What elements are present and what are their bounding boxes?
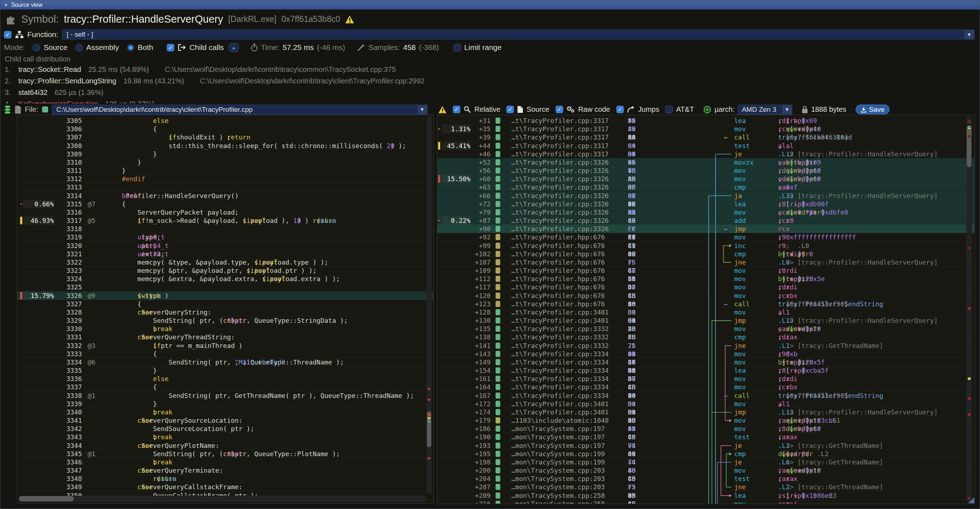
asm-instruction-row[interactable]: +143…t\TracyProfiler.cpp:333441B90B00000…: [438, 350, 975, 358]
source-line-row[interactable]: 3321 uint32_t extra;: [17, 250, 433, 258]
asm-source-location[interactable]: …mon\TracySystem.cpp:203: [511, 483, 605, 491]
asm-source-location[interactable]: …t\TracyProfiler.cpp:3401: [511, 400, 609, 408]
limit-range-toggle[interactable]: ✓ Limit range: [453, 43, 502, 52]
asm-instruction-row[interactable]: +102…t\TracyProfiler.hpp:67642803C0F00cm…: [438, 250, 975, 258]
asm-instruction-row[interactable]: +216…mon\TracySystem.cpp:258488BCEmovrcx…: [438, 499, 975, 504]
asm-source-location[interactable]: …mon\TracySystem.cpp:258: [511, 492, 605, 499]
asm-source-location[interactable]: …t\TracyProfiler.cpp:3334: [511, 391, 609, 400]
source-hscroll-thumb[interactable]: [19, 496, 74, 501]
asm-instruction-row[interactable]: +99…t\TracyProfiler.hpp:67649FFC1incr9 ;…: [438, 242, 975, 250]
asm-instruction-row[interactable]: +117…t\TracyProfiler.hpp:676488BD7movrdx…: [438, 283, 975, 291]
asm-instruction-row[interactable]: +167…t\TracyProfiler.cpp:3334E824160000←…: [438, 391, 975, 400]
asm-instruction-row[interactable]: +179…1103\include\atomic:1048488B05B63C1…: [438, 416, 975, 425]
asm-source-location[interactable]: …t\TracyProfiler.cpp:3317: [511, 150, 609, 158]
asm-instruction-row[interactable]: +46…t\TracyProfiler.cpp:33170F8435020000…: [438, 150, 975, 158]
asm-source-location[interactable]: …mon\TracySystem.cpp:197: [511, 441, 605, 450]
asm-source-location[interactable]: …mon\TracySystem.cpp:197: [511, 425, 605, 433]
march-combo[interactable]: AMD Zen 3 ▼: [738, 105, 792, 115]
asm-source-location[interactable]: …mon\TracySystem.cpp:197: [511, 433, 605, 441]
source-line-row[interactable]: 3316 ServerQueryPacket payload;: [17, 208, 433, 216]
asm-instruction-row[interactable]: +186…mon\TracySystem.cpp:197448B4598movr…: [438, 425, 975, 433]
asm-source-location[interactable]: …t\TracyProfiler.cpp:3326: [511, 208, 609, 216]
asm-instruction-row[interactable]: +195…mon\TracySystem.cpp:199443900cmpdwo…: [438, 450, 975, 458]
source-line-row[interactable]: 3307 if( shouldExit ) return;: [17, 133, 433, 141]
asm-instruction-row[interactable]: +164…t\TracyProfiler.cpp:3334488BCBmovrc…: [438, 383, 975, 391]
asm-instruction-row[interactable]: +174…t\TracyProfiler.cpp:3401E9B8010000j…: [438, 408, 975, 416]
source-line-row[interactable]: 3309 }: [17, 150, 433, 158]
distribution-item[interactable]: 4.KeSynchronizeExecution125 µs (0.27%): [5, 100, 575, 103]
asm-instruction-row[interactable]: +172…t\TracyProfiler.cpp:3401B001moval, …: [438, 400, 975, 408]
asm-instruction-row[interactable]: +79…t\TracyProfiler.cpp:3326418B8C80E0BF…: [438, 208, 975, 216]
asm-option-source[interactable]: ✓Source: [506, 105, 549, 114]
asm-source-location[interactable]: …mon\TracySystem.cpp:258: [511, 499, 605, 504]
asm-instruction-row[interactable]: +135…t\TracyProfiler.cpp:33328B4320movea…: [438, 324, 975, 333]
source-line-row[interactable]: 3342 SendSourceLocation( ptr );: [17, 425, 433, 433]
source-vscroll-thumb[interactable]: [427, 411, 431, 447]
asm-source-location[interactable]: …t\TracyProfiler.cpp:3401: [511, 317, 609, 324]
asm-option-checkbox[interactable]: ✓: [453, 106, 460, 113]
source-line-row[interactable]: 3336 else: [17, 375, 433, 383]
source-vscrollbar[interactable]: [426, 116, 431, 494]
asm-source-location[interactable]: …mon\TracySystem.cpp:203: [511, 474, 605, 483]
source-line-row[interactable]: 0.66%3315@7{: [17, 200, 433, 208]
asm-source-location[interactable]: …t\TracyProfiler.cpp:3334: [511, 358, 609, 366]
source-line-row[interactable]: 3323 memcpy( &ptr, &payload.ptr, sizeof(…: [17, 266, 433, 275]
source-line-row[interactable]: 3324 memcpy( &extra, &payload.extra, siz…: [17, 275, 433, 283]
asm-option-at-t[interactable]: ✓AT&T: [665, 105, 694, 114]
asm-source-location[interactable]: …t\TracyProfiler.cpp:3317: [511, 133, 609, 141]
asm-source-location[interactable]: …t\TracyProfiler.hpp:676: [511, 283, 605, 291]
source-line-row[interactable]: 3306 {: [17, 125, 433, 133]
child-calls-checkbox[interactable]: ✓: [167, 44, 174, 51]
asm-option-jumps[interactable]: ✓Jumps: [616, 105, 659, 114]
source-line-row[interactable]: 15.79%3326@9 switch( type ): [17, 291, 433, 300]
distribution-item[interactable]: 1.tracy::Socket::Read25.25 ms (54.89%)C:…: [5, 65, 575, 77]
source-line-row[interactable]: 3333 {: [17, 350, 433, 358]
asm-source-location[interactable]: …t\TracyProfiler.cpp:3326: [511, 192, 609, 200]
asm-instruction-row[interactable]: +56…t\TracyProfiler.cpp:3326488B7D98movr…: [438, 166, 975, 175]
asm-instruction-row[interactable]: +154…t\TracyProfiler.cpp:33344C8D055FBA0…: [438, 366, 975, 375]
asm-instruction-row[interactable]: 1.31%+35…t\TracyProfiler.cpp:3317488B494…: [438, 125, 975, 133]
source-line-row[interactable]: 3329 SendString( ptr, (const char*)ptr, …: [17, 317, 433, 324]
asm-source-location[interactable]: …t\TracyProfiler.hpp:676: [511, 233, 605, 241]
source-line-row[interactable]: 3335 }: [17, 366, 433, 375]
source-line-row[interactable]: 3345@1 SendString( ptr, (const char*)ptr…: [17, 450, 433, 458]
collapse-triangle-icon[interactable]: ▼: [4, 3, 8, 7]
asm-option-checkbox[interactable]: ✓: [555, 106, 563, 113]
save-button[interactable]: Save: [856, 105, 889, 114]
asm-instruction-row[interactable]: +112…t\TracyProfiler.hpp:676C64424205Emo…: [438, 275, 975, 283]
asm-source-location[interactable]: …t\TracyProfiler.hpp:676: [511, 275, 605, 283]
source-line-row[interactable]: 3343 break;: [17, 433, 433, 441]
asm-source-location[interactable]: …t\TracyProfiler.cpp:3401: [511, 308, 609, 317]
asm-source-location[interactable]: …t\TracyProfiler.cpp:3326: [511, 183, 609, 191]
source-line-row[interactable]: 3325: [17, 283, 433, 291]
source-line-row[interactable]: 46.93%3317@5 if( !m_sock->Read( &payload…: [17, 216, 433, 225]
chevron-down-icon[interactable]: ▼: [782, 105, 792, 114]
asm-instruction-row[interactable]: +141…t\TracyProfiler.cpp:33327524jne.L1 …: [438, 342, 975, 350]
window-titlebar[interactable]: ▼ Source view: [0, 0, 980, 10]
asm-source-location[interactable]: …t\TracyProfiler.hpp:676: [511, 250, 605, 258]
source-line-row[interactable]: 3347 case ServerQueryTerminate:: [17, 466, 433, 474]
source-line-row[interactable]: 3328 case ServerQueryString:: [17, 308, 433, 317]
asm-option-checkbox[interactable]: ✓: [665, 106, 673, 113]
asm-instruction-row[interactable]: +198…mon\TracySystem.cpp:199744Cje.L6 ->…: [438, 458, 975, 466]
asm-source-location[interactable]: …t\TracyProfiler.cpp:3317: [511, 142, 609, 150]
source-line-row[interactable]: 3319 uint8_t type;: [17, 233, 433, 241]
asm-instruction-row[interactable]: +193…mon\TracySystem.cpp:197740Eje.L3 ->…: [438, 441, 975, 450]
function-checkbox[interactable]: ✓: [4, 31, 11, 38]
source-line-row[interactable]: 3314bool Profiler::HandleServerQuery(): [17, 192, 433, 200]
source-line-row[interactable]: 3346 break;: [17, 458, 433, 466]
asm-instruction-row[interactable]: +130…t\TracyProfiler.cpp:3401E9E4010000j…: [438, 317, 975, 324]
asm-source-location[interactable]: …t\TracyProfiler.cpp:3317: [511, 125, 609, 133]
source-line-row[interactable]: 3348 return false;: [17, 474, 433, 483]
asm-instruction-row[interactable]: +63…t\TracyProfiler.cpp:332683F80Fcmpeax…: [438, 183, 975, 191]
asm-instruction-row[interactable]: 0.22%+87…t\TracyProfiler.cpp:33264903C8a…: [438, 216, 975, 225]
asm-instruction-row[interactable]: +128…t\TracyProfiler.cpp:3401B001moval, …: [438, 308, 975, 317]
source-line-row[interactable]: 3344 case ServerQueryPlotName:: [17, 441, 433, 450]
asm-instruction-row[interactable]: 45.41%+44…t\TracyProfiler.cpp:331784C0te…: [438, 142, 975, 150]
asm-source-location[interactable]: …t\TracyProfiler.cpp:3401: [511, 408, 609, 416]
asm-source-location[interactable]: …t\TracyProfiler.cpp:3332: [511, 342, 609, 350]
source-line-row[interactable]: 3332@3 if( ptr == m_mainThread ): [17, 342, 433, 350]
asm-instruction-row[interactable]: +161…t\TracyProfiler.cpp:3334488BD7movrd…: [438, 375, 975, 383]
asm-instruction-row[interactable]: +92…t\TracyProfiler.hpp:67649C7C1FFFFFFF…: [438, 233, 975, 241]
mode-option-assembly[interactable]: Assembly: [75, 43, 119, 52]
